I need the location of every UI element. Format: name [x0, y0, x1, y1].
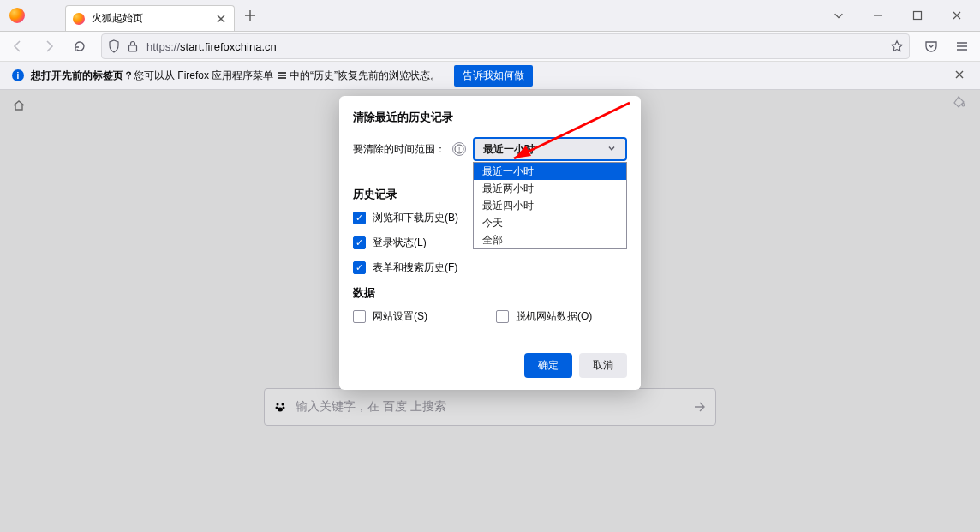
lock-icon — [126, 39, 140, 53]
checkbox-offline-data[interactable] — [496, 310, 509, 323]
time-range-select[interactable]: 最近一小时 最近一小时 最近两小时 最近四小时 今天 全部 — [473, 137, 627, 161]
save-to-pocket-button[interactable] — [917, 33, 946, 59]
forward-button[interactable] — [34, 33, 63, 59]
favicon-icon — [73, 13, 85, 25]
svg-text:!: ! — [458, 146, 460, 153]
time-range-value: 最近一小时 — [483, 142, 535, 157]
infobar-text: 想打开先前的标签页？您可以从 Firefox 应用程序菜单 中的“历史”恢复先前… — [31, 69, 440, 83]
checkbox-label: 表单和搜索历史(F) — [373, 260, 457, 275]
firefox-app-icon — [0, 0, 34, 31]
site-identity[interactable] — [107, 39, 140, 53]
help-icon[interactable]: ! — [452, 142, 466, 156]
clear-history-dialog: 清除最近的历史记录 要清除的时间范围： ! 最近一小时 最近一小时 最近两小时 … — [339, 96, 641, 390]
checkbox-row[interactable]: 表单和搜索历史(F) — [353, 260, 627, 275]
dropdown-option[interactable]: 今天 — [474, 214, 626, 231]
firefox-logo-icon — [9, 8, 25, 23]
show-me-how-button[interactable]: 告诉我如何做 — [454, 65, 533, 87]
time-range-label: 要清除的时间范围： — [353, 142, 445, 157]
info-icon: i — [12, 69, 24, 81]
ok-button[interactable]: 确定 — [524, 353, 572, 378]
tab-active[interactable]: 火狐起始页 — [65, 5, 235, 31]
hamburger-icon — [277, 70, 287, 81]
cancel-button[interactable]: 取消 — [579, 353, 627, 378]
app-menu-button[interactable] — [947, 33, 977, 59]
infobar-close-button[interactable] — [951, 66, 968, 86]
checkbox-label: 登录状态(L) — [373, 236, 427, 250]
checkbox-site-settings[interactable] — [353, 310, 366, 323]
tab-title: 火狐起始页 — [92, 11, 208, 26]
dialog-title: 清除最近的历史记录 — [353, 110, 627, 125]
titlebar: 火狐起始页 — [0, 0, 980, 31]
checkbox-form-history[interactable] — [353, 261, 366, 274]
back-button[interactable] — [3, 33, 33, 59]
checkbox-login-state[interactable] — [353, 236, 366, 249]
url-text: https://start.firefoxchina.cn — [146, 40, 883, 53]
toolbar: https://start.firefoxchina.cn — [0, 31, 980, 62]
reload-button[interactable] — [65, 33, 94, 59]
checkbox-row[interactable]: 网站设置(S) — [353, 309, 427, 324]
svg-rect-0 — [914, 12, 922, 20]
svg-rect-1 — [129, 45, 137, 51]
checkbox-label: 浏览和下载历史(B) — [373, 211, 458, 225]
url-bar[interactable]: https://start.firefoxchina.cn — [101, 33, 910, 59]
minimize-button[interactable] — [858, 3, 898, 27]
tabs-dropdown-button[interactable] — [819, 3, 858, 27]
window-controls — [819, 0, 977, 31]
data-section-title: 数据 — [353, 285, 627, 301]
dropdown-option[interactable]: 最近四小时 — [474, 197, 626, 214]
checkbox-label: 脱机网站数据(O) — [516, 309, 592, 324]
time-range-dropdown: 最近一小时 最近两小时 最近四小时 今天 全部 — [473, 162, 627, 249]
bookmark-star-button[interactable] — [890, 39, 904, 53]
dropdown-option[interactable]: 最近两小时 — [474, 180, 626, 197]
shield-icon — [107, 39, 121, 53]
restore-session-infobar: i 想打开先前的标签页？您可以从 Firefox 应用程序菜单 中的“历史”恢复… — [0, 62, 980, 90]
new-tab-button[interactable] — [238, 3, 262, 27]
chevron-down-icon — [607, 143, 617, 156]
checkbox-browse-history[interactable] — [353, 212, 366, 224]
checkbox-row[interactable]: 脱机网站数据(O) — [496, 309, 592, 324]
maximize-button[interactable] — [898, 3, 937, 27]
tab-close-button[interactable] — [215, 13, 227, 25]
dropdown-option[interactable]: 全部 — [474, 231, 626, 248]
dropdown-option[interactable]: 最近一小时 — [474, 163, 626, 180]
close-button[interactable] — [937, 3, 977, 27]
checkbox-label: 网站设置(S) — [373, 309, 427, 324]
